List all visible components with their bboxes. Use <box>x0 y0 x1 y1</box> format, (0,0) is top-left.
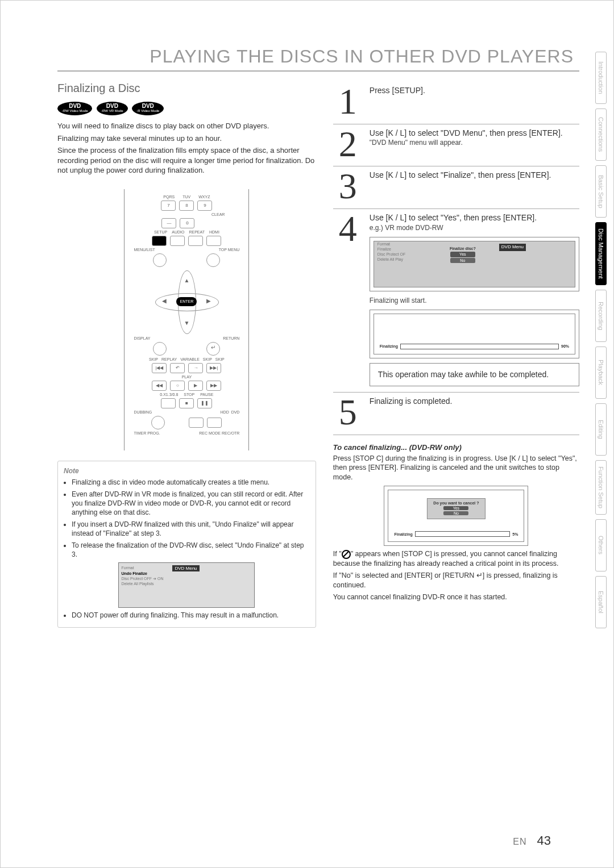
remote-diagram: PQRSTUVWXYZ 7 8 9 CLEAR — 0 SETUPAUDIORE… <box>124 189 249 450</box>
intro-text: Finalizing may take several minutes up t… <box>57 133 316 144</box>
step-subtext: e.g.) VR mode DVD-RW <box>370 223 579 232</box>
stop-button-icon: ■ <box>179 398 194 408</box>
step-text: Use [K / L] to select "DVD Menu", then p… <box>370 128 579 139</box>
note-item: DO NOT power off during finalizing. This… <box>72 611 310 620</box>
page-number: EN43 <box>513 833 551 848</box>
step-number: 1 <box>333 85 363 118</box>
finalize-wait-note: This operation may take awhile to be com… <box>370 363 579 386</box>
note-item: Finalizing a disc in video mode automati… <box>72 478 310 487</box>
enter-button-icon: ENTER <box>176 297 197 306</box>
disc-badge: DVD-RW Video Mode <box>57 102 92 115</box>
side-tab[interactable]: Español <box>595 576 607 628</box>
intro-text: Since the process of the finalization fi… <box>57 145 316 176</box>
return-button-icon: ↵ <box>206 342 220 356</box>
setup-button-icon <box>152 236 167 246</box>
note-heading: Note <box>64 467 310 475</box>
side-tab[interactable]: Basic Setup <box>595 165 607 218</box>
side-tab[interactable]: Recording <box>595 290 607 342</box>
note-item: Even after DVD-RW in VR mode is finalize… <box>72 490 310 517</box>
undo-finalize-screen: DVD Menu Format Undo Finalize Disc Prote… <box>118 562 255 608</box>
side-tab-active[interactable]: Disc Management <box>595 222 607 285</box>
step-number: 4 <box>333 212 363 386</box>
finalize-progress-screen: Finalizing 90% <box>370 310 579 358</box>
side-tab[interactable]: Editing <box>595 403 607 456</box>
side-tab[interactable]: Function Setup <box>595 460 607 515</box>
step-text: Use [K / L] to select "Finalize", then p… <box>370 170 579 203</box>
remote-key-8: 8 <box>179 201 194 211</box>
remote-key-0: 0 <box>180 218 194 228</box>
side-tab[interactable]: Others <box>595 519 607 571</box>
remote-key-dash: — <box>161 218 176 228</box>
disc-badge: DVD-R Video Mode <box>132 102 164 115</box>
step-text: Use [K / L] to select "Yes", then press … <box>370 212 579 223</box>
section-subtitle: Finalizing a Disc <box>57 82 316 95</box>
remote-key-7: 7 <box>161 201 176 211</box>
step-text: Finalizing is completed. <box>370 396 579 429</box>
disc-badge: DVD-RW VR Mode <box>97 102 128 115</box>
finalize-prompt-screen: DVD Menu Format Finalize Disc Protect OF… <box>370 237 579 291</box>
step-number: 5 <box>333 396 363 429</box>
step-number: 3 <box>333 170 363 203</box>
note-item: To release the finalization of the DVD-R… <box>72 541 310 559</box>
page-title: PLAYING THE DISCS IN OTHER DVD PLAYERS <box>57 46 579 72</box>
side-tab[interactable]: Introduction <box>595 52 607 104</box>
prohibit-icon <box>342 550 351 559</box>
cancel-prompt-screen: Do you want to cancel ? Yes No Finalizin… <box>384 486 528 546</box>
step-subtext: Finalizing will start. <box>370 296 579 305</box>
note-item: If you insert a DVD-RW finalized with th… <box>72 520 310 538</box>
step-text: Press [SETUP]. <box>370 85 579 118</box>
step-subtext: "DVD Menu" menu will appear. <box>370 138 579 147</box>
cancel-text: If "" appears when [STOP C] is pressed, … <box>333 549 579 569</box>
side-tab[interactable]: Playback <box>595 347 607 399</box>
remote-key-9: 9 <box>197 201 212 211</box>
remote-dpad: ENTER ▲ ▼ ◀ ▶ <box>155 270 218 333</box>
intro-text: You will need to finalize discs to play … <box>57 121 316 131</box>
disc-type-badges: DVD-RW Video Mode DVD-RW VR Mode DVD-R V… <box>57 102 316 115</box>
note-box: Note Finalizing a disc in video mode aut… <box>57 461 316 628</box>
side-tabs: Introduction Connections Basic Setup Dis… <box>595 52 607 839</box>
cancel-text: If "No" is selected and [ENTER] or [RETU… <box>333 571 579 590</box>
cancel-text: Press [STOP C] during the finalizing is … <box>333 454 579 483</box>
cancel-heading: To cancel finalizing... (DVD-RW only) <box>333 443 579 452</box>
side-tab[interactable]: Connections <box>595 108 607 161</box>
cancel-text: You cannot cancel finalizing DVD-R once … <box>333 592 579 602</box>
step-number: 2 <box>333 128 363 161</box>
